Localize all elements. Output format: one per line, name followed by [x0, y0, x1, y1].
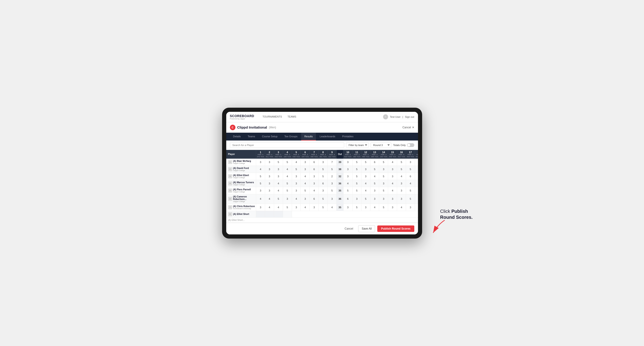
score-hole-12[interactable]: 5 [361, 194, 370, 204]
save-all-button[interactable]: Save All [358, 225, 375, 232]
score-hole-14[interactable]: 5 [379, 173, 388, 180]
score-hole-15[interactable]: 4 [388, 187, 397, 194]
score-hole-2[interactable]: 3 [265, 180, 274, 187]
score-hole-1[interactable]: 3 [256, 187, 265, 194]
tab-course-setup[interactable]: Course Setup [259, 133, 281, 141]
score-hole-11[interactable]: 5 [352, 173, 361, 180]
score-hole-11[interactable]: 5 [352, 204, 361, 211]
sign-out-link[interactable]: Sign out [405, 116, 414, 118]
score-hole-15[interactable]: 3 [388, 173, 397, 180]
score-hole-18[interactable]: 5 [415, 166, 418, 173]
score-hole-3[interactable]: 3 [274, 166, 283, 173]
score-hole-14[interactable]: 3 [379, 194, 388, 204]
score-hole-3[interactable]: 4 [274, 180, 283, 187]
score-hole-3[interactable]: 3 [274, 173, 283, 180]
score-hole-1[interactable]: 4 [256, 166, 265, 173]
score-hole-5[interactable]: 3 [292, 180, 301, 187]
score-hole-13[interactable]: 3 [370, 194, 379, 204]
score-hole-10[interactable]: 4 [343, 180, 352, 187]
nav-teams[interactable]: TEAMS [288, 115, 296, 119]
score-hole-4[interactable]: 5 [283, 204, 292, 211]
score-hole-15[interactable]: 3 [388, 166, 397, 173]
cancel-tournament-button[interactable]: Cancel ✕ [402, 126, 414, 129]
cancel-button[interactable]: Cancel [342, 226, 356, 232]
score-hole-4[interactable]: 5 [283, 159, 292, 166]
nav-tournaments[interactable]: TOURNAMENTS [262, 115, 282, 119]
score-hole-2[interactable]: 4 [265, 204, 274, 211]
score-hole-4[interactable]: 5 [283, 180, 292, 187]
tab-leaderboards[interactable]: Leaderboards [316, 133, 338, 141]
score-hole-7[interactable]: 3 [310, 180, 319, 187]
score-hole-13[interactable]: 5 [370, 180, 379, 187]
score-hole-3[interactable]: 4 [274, 204, 283, 211]
score-hole-2[interactable]: 3 [265, 187, 274, 194]
score-hole-7[interactable]: 6 [310, 166, 319, 173]
score-hole-16[interactable]: 3 [397, 187, 406, 194]
tab-details[interactable]: Details [230, 133, 244, 141]
score-hole-7[interactable]: 6 [310, 159, 319, 166]
score-hole-15[interactable]: 4 [388, 180, 397, 187]
score-hole-13[interactable]: 4 [370, 173, 379, 180]
score-hole-14[interactable]: 5 [379, 187, 388, 194]
score-hole-5[interactable]: 4 [292, 194, 301, 204]
score-hole-10[interactable]: 6 [343, 194, 352, 204]
score-hole-16[interactable]: 3 [397, 194, 406, 204]
score-hole-9[interactable]: 5 [328, 166, 336, 173]
score-hole-3[interactable]: 5 [274, 159, 283, 166]
score-hole-2[interactable]: 4 [265, 194, 274, 204]
score-hole-12[interactable]: 4 [361, 180, 370, 187]
score-hole-3[interactable]: 4 [274, 187, 283, 194]
score-hole-6[interactable]: 4 [301, 180, 310, 187]
score-hole-16[interactable]: 5 [397, 159, 406, 166]
score-hole-17[interactable]: 3 [406, 204, 415, 211]
score-hole-17[interactable]: 5 [406, 194, 415, 204]
search-input[interactable] [230, 142, 344, 148]
score-hole-11[interactable]: 5 [352, 180, 361, 187]
score-hole-9[interactable]: 7 [328, 159, 336, 166]
score-hole-17[interactable]: 4 [406, 180, 415, 187]
score-hole-10[interactable]: 3 [343, 204, 352, 211]
score-hole-16[interactable]: 5 [397, 166, 406, 173]
score-hole-17[interactable]: 6 [406, 173, 415, 180]
score-hole-18[interactable]: 4 [415, 194, 418, 204]
score-hole-9[interactable]: 3 [328, 180, 336, 187]
score-hole-6[interactable]: 3 [301, 159, 310, 166]
score-hole-14[interactable]: 5 [379, 204, 388, 211]
score-hole-8[interactable]: 5 [319, 194, 328, 204]
score-hole-12[interactable]: 3 [361, 173, 370, 180]
score-hole-6[interactable]: 4 [301, 173, 310, 180]
score-hole-13[interactable]: 4 [370, 204, 379, 211]
score-hole-9[interactable]: 3 [328, 194, 336, 204]
tab-results[interactable]: Results [301, 133, 316, 141]
score-hole-1[interactable]: 3 [256, 159, 265, 166]
score-hole-1[interactable]: 5 [256, 180, 265, 187]
score-hole-11[interactable]: 5 [352, 159, 361, 166]
score-hole-16[interactable]: 4 [397, 204, 406, 211]
score-hole-18[interactable]: 3 [415, 180, 418, 187]
score-hole-3[interactable]: 5 [274, 194, 283, 204]
score-hole-5[interactable]: 5 [292, 166, 301, 173]
score-hole-13[interactable]: 3 [370, 187, 379, 194]
score-hole-11[interactable]: 5 [352, 166, 361, 173]
score-hole-9[interactable]: 5 [328, 187, 336, 194]
score-hole-10[interactable]: 3 [343, 166, 352, 173]
score-hole-2[interactable]: 3 [265, 173, 274, 180]
score-hole-12[interactable]: 4 [361, 187, 370, 194]
score-hole-1[interactable]: 3 [256, 204, 265, 211]
tab-tee-groups[interactable]: Tee Groups [281, 133, 301, 141]
score-hole-6[interactable]: 4 [301, 204, 310, 211]
round-select[interactable]: Round 3 [371, 142, 391, 148]
score-hole-4[interactable]: 4 [283, 173, 292, 180]
score-hole-6[interactable]: 3 [301, 194, 310, 204]
score-hole-5[interactable]: 3 [292, 187, 301, 194]
score-hole-1[interactable]: 5 [256, 173, 265, 180]
score-hole-6[interactable]: 3 [301, 166, 310, 173]
toggle-switch[interactable] [407, 143, 414, 147]
score-hole-18[interactable]: 3 [415, 159, 418, 166]
score-hole-8[interactable]: 5 [319, 173, 328, 180]
score-hole-10[interactable]: 3 [343, 173, 352, 180]
score-hole-4[interactable]: 3 [283, 194, 292, 204]
score-hole-7[interactable]: 4 [310, 187, 319, 194]
score-hole-8[interactable]: 5 [319, 204, 328, 211]
score-hole-7[interactable]: 3 [310, 173, 319, 180]
